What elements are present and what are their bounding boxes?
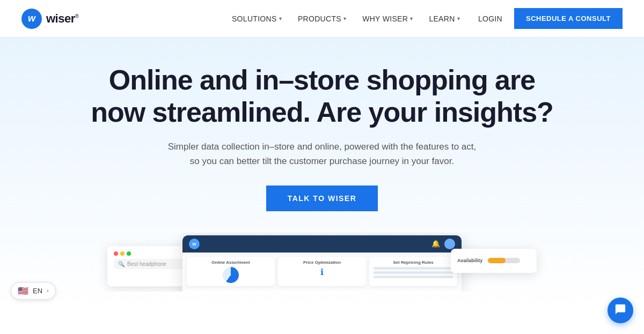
window-controls [114, 251, 187, 256]
search-text: Best headphone [127, 261, 166, 267]
app-window: w 🔔 Online Assortment Price Optimization… [182, 235, 462, 292]
flag-icon: 🇺🇸 [18, 286, 28, 296]
chevron-down-icon: ▾ [410, 16, 413, 21]
availability-bar [488, 258, 520, 263]
search-bar[interactable]: 🔍 Best headphone [114, 259, 187, 269]
chat-bubble-button[interactable] [608, 298, 633, 323]
price-icon: ℹ [282, 267, 362, 277]
app-header: w 🔔 [182, 235, 462, 253]
language-code: EN [33, 287, 42, 295]
nav-item-learn[interactable]: LEARN ▾ [422, 10, 466, 27]
availability-fill [488, 258, 506, 263]
logo-text: wiser® [46, 12, 79, 26]
nav-item-why-wiser[interactable]: WHY WISER ▾ [356, 10, 419, 27]
repricing-rules-card: Set Repricing Rules [369, 257, 457, 286]
chevron-down-icon: ▾ [279, 16, 282, 21]
logo-icon: w [21, 9, 42, 29]
app-content: Online Assortment Price Optimization ℹ S… [182, 253, 462, 291]
repricing-row-2 [374, 271, 453, 274]
language-selector[interactable]: 🇺🇸 EN › [11, 282, 56, 300]
logo[interactable]: w wiser® [21, 9, 79, 29]
pie-chart [223, 267, 239, 283]
nav-item-products[interactable]: PRODUCTS ▾ [291, 10, 353, 27]
card-title-3: Set Repricing Rules [374, 260, 453, 265]
repricing-rows [374, 267, 453, 278]
close-dot [114, 251, 118, 256]
login-button[interactable]: LOGIN [470, 10, 511, 27]
card-title-1: Online Assortment [191, 260, 270, 265]
chat-icon [614, 303, 626, 318]
minimize-dot [120, 251, 125, 256]
search-icon: 🔍 [118, 261, 125, 267]
availability-card: Availability [451, 249, 537, 273]
schedule-consult-button[interactable]: SCHEDULE A CONSULT [514, 8, 623, 29]
hero-subtitle: Simpler data collection in–store and onl… [166, 139, 478, 168]
navbar: w wiser® SOLUTIONS ▾ PRODUCTS ▾ WHY WISE… [0, 0, 644, 38]
app-logo-icon: w [189, 239, 200, 249]
chevron-down-icon: ▾ [457, 16, 460, 21]
online-assortment-card: Online Assortment [187, 257, 275, 286]
price-optimization-card: Price Optimization ℹ [278, 257, 366, 286]
availability-label: Availability [457, 258, 482, 263]
user-avatar [444, 239, 455, 249]
repricing-row-3 [374, 276, 453, 278]
bell-icon: 🔔 [431, 240, 440, 248]
nav-links: SOLUTIONS ▾ PRODUCTS ▾ WHY WISER ▾ LEARN… [225, 8, 623, 29]
hero-title: Online and in–store shopping are now str… [86, 64, 558, 129]
search-card: 🔍 Best headphone [107, 246, 193, 286]
maximize-dot [127, 251, 131, 256]
nav-item-solutions[interactable]: SOLUTIONS ▾ [225, 10, 288, 27]
talk-to-wiser-button[interactable]: TALK TO WISER [266, 185, 378, 211]
chevron-right-icon: › [47, 287, 49, 294]
app-header-icons: 🔔 [431, 239, 455, 249]
card-title-2: Price Optimization [282, 260, 362, 265]
repricing-row-1 [374, 267, 453, 270]
hero-section: Online and in–store shopping are now str… [0, 38, 644, 308]
chevron-down-icon: ▾ [343, 16, 346, 21]
screenshots-strip: 🔍 Best headphone w 🔔 Online Assortment P… [21, 233, 623, 292]
